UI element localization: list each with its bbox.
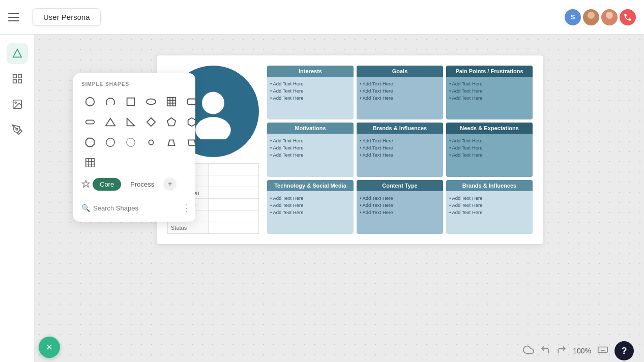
- cell-body-4[interactable]: Add Text HereAdd Text HereAdd Text Here: [357, 134, 443, 169]
- cell-header-3: Motivations: [267, 123, 354, 134]
- cell-item: Add Text Here: [270, 209, 350, 215]
- shape-diamond[interactable]: [142, 113, 160, 131]
- sidebar-image-btn[interactable]: [7, 94, 28, 115]
- cell-item: Add Text Here: [449, 88, 530, 94]
- document-title-box[interactable]: User Persona: [33, 8, 101, 26]
- cloud-icon[interactable]: [523, 344, 534, 358]
- grid-cell-5: Needs & ExpectationsAdd Text HereAdd Tex…: [446, 123, 533, 176]
- shape-triangle[interactable]: [102, 113, 119, 131]
- cell-item: Add Text Here: [449, 209, 530, 215]
- cell-body-6[interactable]: Add Text HereAdd Text HereAdd Text Here: [267, 191, 354, 227]
- shape-grid-table[interactable]: [81, 154, 99, 171]
- shape-ellipse[interactable]: [142, 93, 160, 110]
- info-value[interactable]: [209, 175, 259, 187]
- cell-item: Add Text Here: [270, 138, 350, 143]
- cell-item: Add Text Here: [270, 202, 350, 208]
- svg-marker-27: [86, 138, 95, 147]
- svg-point-11: [16, 128, 18, 130]
- shape-rounded-rect[interactable]: [183, 93, 200, 110]
- cell-body-7[interactable]: Add Text HereAdd Text HereAdd Text Here: [357, 191, 443, 227]
- cell-item: Add Text Here: [270, 195, 350, 201]
- shape-table-icon[interactable]: [163, 93, 180, 110]
- cell-body-0[interactable]: Add Text HereAdd Text HereAdd Text Here: [267, 77, 354, 112]
- persona-card: Name Age Occupation Education Location S…: [157, 55, 543, 245]
- avatar-s: S: [565, 9, 581, 25]
- shape-circle-outline[interactable]: [102, 134, 119, 151]
- tab-process[interactable]: Process: [123, 178, 161, 191]
- shape-hexagon[interactable]: [183, 113, 200, 131]
- cell-item: Add Text Here: [449, 202, 530, 208]
- svg-rect-21: [86, 120, 95, 124]
- svg-point-2: [606, 12, 613, 19]
- sidebar-draw-btn[interactable]: [7, 119, 28, 140]
- svg-marker-4: [13, 49, 21, 57]
- sidebar-shapes-btn[interactable]: [7, 43, 28, 64]
- svg-rect-33: [86, 159, 95, 167]
- cell-item: Add Text Here: [360, 202, 440, 208]
- canvas-area[interactable]: SIMPLE SHAPES: [35, 35, 644, 362]
- svg-rect-8: [18, 80, 21, 83]
- shape-octagon[interactable]: [81, 134, 99, 151]
- svg-rect-40: [598, 347, 607, 353]
- grid-cell-7: Content TypeAdd Text HereAdd Text HereAd…: [357, 180, 443, 234]
- search-input[interactable]: [93, 204, 179, 212]
- cell-body-3[interactable]: Add Text HereAdd Text HereAdd Text Here: [267, 134, 354, 169]
- info-value[interactable]: [209, 199, 259, 210]
- cell-header-0: Interests: [267, 66, 354, 77]
- shape-right-triangle[interactable]: [122, 113, 139, 131]
- info-value[interactable]: [209, 164, 259, 175]
- cell-item: Add Text Here: [360, 88, 440, 94]
- left-sidebar: [0, 35, 35, 362]
- shape-trapezoid[interactable]: [163, 134, 180, 151]
- cell-item: Add Text Here: [270, 95, 350, 101]
- cell-header-2: Pain Points / Frustrations: [446, 66, 533, 77]
- menu-button[interactable]: [8, 9, 24, 25]
- svg-marker-24: [147, 118, 156, 127]
- cell-body-1[interactable]: Add Text HereAdd Text HereAdd Text Here: [357, 77, 443, 112]
- zoom-level: 100%: [573, 347, 591, 355]
- cell-body-2[interactable]: Add Text HereAdd Text HereAdd Text Here: [446, 77, 533, 112]
- cell-header-5: Needs & Expectations: [446, 123, 533, 134]
- cell-body-5[interactable]: Add Text HereAdd Text HereAdd Text Here: [446, 134, 533, 169]
- shape-circle-sm[interactable]: [142, 134, 160, 151]
- svg-marker-22: [106, 118, 115, 126]
- cell-item: Add Text Here: [360, 138, 440, 143]
- avatar-1: [583, 9, 599, 25]
- tab-core[interactable]: Core: [93, 178, 121, 191]
- shape-pentagon[interactable]: [163, 113, 180, 131]
- svg-rect-13: [127, 98, 135, 106]
- svg-point-12: [86, 98, 95, 106]
- call-button[interactable]: [620, 9, 636, 25]
- cell-item: Add Text Here: [449, 152, 530, 158]
- sidebar-grid-btn[interactable]: [7, 68, 28, 89]
- shape-arc[interactable]: [102, 93, 119, 110]
- tab-add-btn[interactable]: +: [163, 177, 177, 191]
- cell-header-6: Technology & Social Media: [267, 180, 354, 191]
- cell-item: Add Text Here: [270, 152, 350, 158]
- shape-grid: [81, 93, 187, 171]
- svg-point-10: [15, 102, 16, 103]
- svg-point-28: [106, 138, 115, 147]
- magic-icon: [81, 179, 91, 189]
- more-icon[interactable]: ⋮: [182, 202, 191, 214]
- info-value[interactable]: [209, 187, 259, 199]
- redo-icon[interactable]: [557, 345, 567, 357]
- close-fab-button[interactable]: ×: [39, 337, 60, 358]
- keyboard-icon[interactable]: [597, 344, 608, 357]
- shape-circle-thin[interactable]: [122, 134, 139, 151]
- cell-item: Add Text Here: [360, 195, 440, 201]
- info-value[interactable]: [209, 222, 259, 234]
- info-value[interactable]: [209, 210, 259, 222]
- shape-pill[interactable]: [81, 113, 99, 131]
- shape-square[interactable]: [122, 93, 139, 110]
- shape-parallelogram[interactable]: [183, 134, 200, 151]
- shape-panel-title: SIMPLE SHAPES: [81, 81, 187, 87]
- cell-body-8[interactable]: Add Text HereAdd Text HereAdd Text Here: [446, 191, 533, 227]
- shape-circle[interactable]: [81, 93, 99, 110]
- svg-rect-15: [167, 98, 176, 106]
- svg-marker-26: [188, 118, 196, 127]
- cell-item: Add Text Here: [449, 195, 530, 201]
- help-button[interactable]: ?: [614, 341, 634, 360]
- undo-icon[interactable]: [540, 345, 550, 357]
- grid-cell-0: InterestsAdd Text HereAdd Text HereAdd T…: [267, 66, 354, 119]
